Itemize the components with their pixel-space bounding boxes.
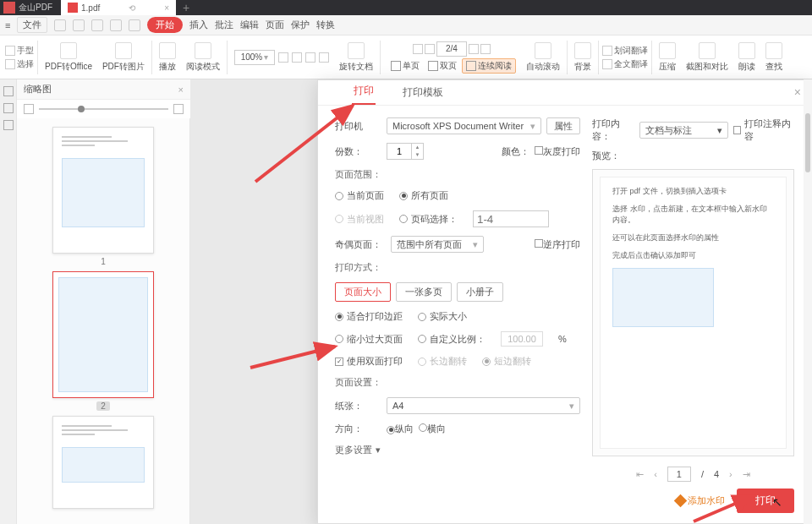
fit-page-button[interactable]: 页面大小 bbox=[335, 282, 391, 302]
insert-tab[interactable]: 插入 bbox=[189, 19, 208, 31]
redo-icon[interactable] bbox=[129, 19, 140, 31]
more-settings-button[interactable]: 更多设置▾ bbox=[335, 444, 580, 456]
booklet-button[interactable]: 小册子 bbox=[457, 282, 503, 302]
prev-page-icon[interactable] bbox=[425, 44, 435, 54]
all-pages-radio[interactable]: 所有页面 bbox=[399, 189, 448, 202]
thumbnail-title: 缩略图 bbox=[24, 83, 52, 96]
zoom-in-icon[interactable] bbox=[292, 52, 302, 63]
print-button[interactable]: 打印 bbox=[737, 489, 794, 513]
fit-page-icon[interactable] bbox=[319, 52, 329, 63]
lookup-button[interactable]: 查找 bbox=[762, 42, 786, 73]
page-select-input[interactable] bbox=[473, 210, 549, 227]
last-preview-icon[interactable]: ⇥ bbox=[743, 469, 750, 480]
next-page-icon[interactable] bbox=[469, 44, 479, 54]
preview-page-input[interactable]: 1 bbox=[667, 467, 691, 482]
print-content-label: 打印内容： bbox=[592, 117, 634, 143]
last-page-icon[interactable] bbox=[480, 44, 491, 54]
printer-label: 打印机 bbox=[335, 120, 381, 133]
thumbnail-page-2[interactable] bbox=[52, 271, 154, 398]
print-dialog: 打印 打印模板 × 打印机 Microsoft XPS Document Wri… bbox=[317, 79, 812, 524]
copies-spinner[interactable]: ▲▼ bbox=[387, 143, 424, 160]
scale-value-input[interactable]: 100.00 bbox=[501, 331, 543, 347]
odd-even-label: 奇偶页面： bbox=[335, 238, 386, 251]
print-icon[interactable] bbox=[91, 19, 103, 31]
printer-select[interactable]: Microsoft XPS Document Writer▾ bbox=[387, 117, 541, 134]
print-template-tab[interactable]: 打印模板 bbox=[401, 80, 445, 105]
convert-tab[interactable]: 转换 bbox=[316, 19, 335, 31]
edit-tab[interactable]: 编辑 bbox=[240, 19, 259, 31]
auto-scroll-button[interactable]: 自动滚动 bbox=[523, 42, 563, 73]
zoom-input[interactable]: 100%▾ bbox=[234, 50, 275, 65]
page-tab[interactable]: 页面 bbox=[266, 19, 284, 31]
compare-button[interactable]: 截图和对比 bbox=[683, 42, 732, 73]
odd-even-select[interactable]: 范围中所有页面▾ bbox=[391, 236, 484, 253]
print-content-select[interactable]: 文档与标注▾ bbox=[639, 122, 728, 139]
copies-label: 份数： bbox=[335, 145, 381, 158]
pdf-to-image-button[interactable]: PDF转图片 bbox=[99, 42, 148, 73]
thumbnail-page-3[interactable] bbox=[52, 416, 154, 509]
protect-tab[interactable]: 保护 bbox=[291, 19, 310, 31]
print-tab[interactable]: 打印 bbox=[352, 79, 376, 105]
close-thumbnail-icon[interactable]: × bbox=[178, 85, 184, 95]
translate-full-button[interactable]: 全文翻译 bbox=[602, 58, 648, 70]
landscape-radio[interactable]: 横向 bbox=[419, 423, 446, 435]
duplex-checkbox[interactable]: 使用双面打印 bbox=[335, 355, 403, 368]
reverse-checkbox[interactable]: 逆序打印 bbox=[535, 238, 580, 251]
prev-preview-icon[interactable]: ‹ bbox=[654, 469, 657, 479]
thumbnail-page-1[interactable] bbox=[52, 127, 154, 254]
double-page-button[interactable]: 双页 bbox=[425, 58, 460, 74]
printer-props-button[interactable]: 属性 bbox=[546, 117, 580, 134]
next-preview-icon[interactable]: › bbox=[729, 469, 732, 479]
undo-icon[interactable] bbox=[110, 19, 122, 31]
bookmarks-icon[interactable] bbox=[3, 103, 14, 113]
pdf-to-office-button[interactable]: PDF转Office bbox=[41, 42, 96, 73]
hamburger-icon[interactable]: ≡ bbox=[5, 20, 10, 30]
dialog-close-icon[interactable]: × bbox=[794, 85, 801, 99]
thumbnails-icon[interactable] bbox=[3, 86, 14, 96]
background-button[interactable]: 背景 bbox=[571, 42, 595, 73]
thumbnail-size-slider[interactable] bbox=[17, 100, 190, 118]
grayscale-checkbox[interactable]: 灰度打印 bbox=[535, 145, 580, 158]
file-menu[interactable]: 文件 bbox=[17, 17, 47, 33]
page-number-input[interactable]: 2/4 bbox=[436, 41, 467, 57]
fit-margin-radio[interactable]: 适合打印边距 bbox=[335, 310, 403, 323]
fit-width-icon[interactable] bbox=[305, 52, 315, 63]
compress-button[interactable]: 压缩 bbox=[656, 42, 679, 73]
paper-select[interactable]: A4▾ bbox=[387, 397, 580, 414]
thumbnail-number-2: 2 bbox=[96, 401, 110, 411]
first-page-icon[interactable] bbox=[413, 44, 423, 54]
translate-selection-button[interactable]: 划词翻译 bbox=[602, 45, 648, 57]
read-mode-button[interactable]: 阅读模式 bbox=[183, 42, 223, 73]
page-range-title: 页面范围： bbox=[335, 168, 580, 181]
attachments-icon[interactable] bbox=[3, 120, 14, 130]
select-tool[interactable]: 选择 bbox=[5, 58, 34, 70]
preview-label: 预览： bbox=[592, 150, 794, 162]
custom-scale-radio[interactable]: 自定义比例： bbox=[418, 333, 486, 346]
rotate-button[interactable]: 旋转文档 bbox=[336, 42, 376, 73]
print-annotation-checkbox[interactable]: 打印注释内容 bbox=[733, 117, 794, 143]
multi-page-button[interactable]: 一张多页 bbox=[396, 282, 452, 302]
read-aloud-button[interactable]: 朗读 bbox=[735, 42, 759, 73]
portrait-radio[interactable]: 纵向 bbox=[387, 423, 414, 435]
document-tab[interactable]: 1.pdf ⟲ × bbox=[61, 0, 176, 15]
current-page-radio[interactable]: 当前页面 bbox=[335, 189, 384, 202]
annotate-tab[interactable]: 批注 bbox=[215, 19, 233, 31]
play-button[interactable]: 播放 bbox=[156, 42, 179, 73]
actual-size-radio[interactable]: 实际大小 bbox=[418, 310, 467, 323]
page-select-radio[interactable]: 页码选择： bbox=[399, 213, 458, 226]
zoom-out-icon[interactable] bbox=[278, 52, 288, 63]
add-watermark-link[interactable]: 添加水印 bbox=[676, 494, 725, 507]
tab-restore-icon[interactable]: ⟲ bbox=[129, 3, 135, 13]
continuous-button[interactable]: 连续阅读 bbox=[462, 58, 516, 74]
start-tab[interactable]: 开始 bbox=[147, 17, 183, 33]
save-icon[interactable] bbox=[73, 19, 85, 31]
open-icon[interactable] bbox=[54, 19, 66, 31]
new-tab-button[interactable]: + bbox=[183, 1, 189, 14]
shrink-radio[interactable]: 缩小过大页面 bbox=[335, 333, 403, 346]
thumbnail-small-icon bbox=[24, 104, 34, 114]
single-page-button[interactable]: 单页 bbox=[387, 58, 423, 74]
hand-tool[interactable]: 手型 bbox=[5, 45, 34, 57]
first-preview-icon[interactable]: ⇤ bbox=[636, 469, 644, 480]
tab-close-icon[interactable]: × bbox=[164, 3, 169, 13]
vertical-scrollbar[interactable] bbox=[804, 79, 812, 524]
